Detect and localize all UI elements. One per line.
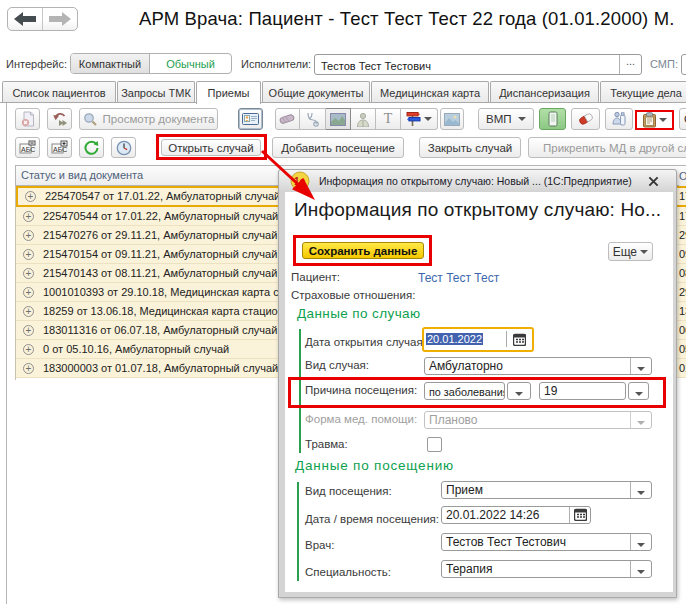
svg-text:АБС: АБС bbox=[53, 146, 67, 153]
svg-text:АБС: АБС bbox=[21, 146, 35, 153]
